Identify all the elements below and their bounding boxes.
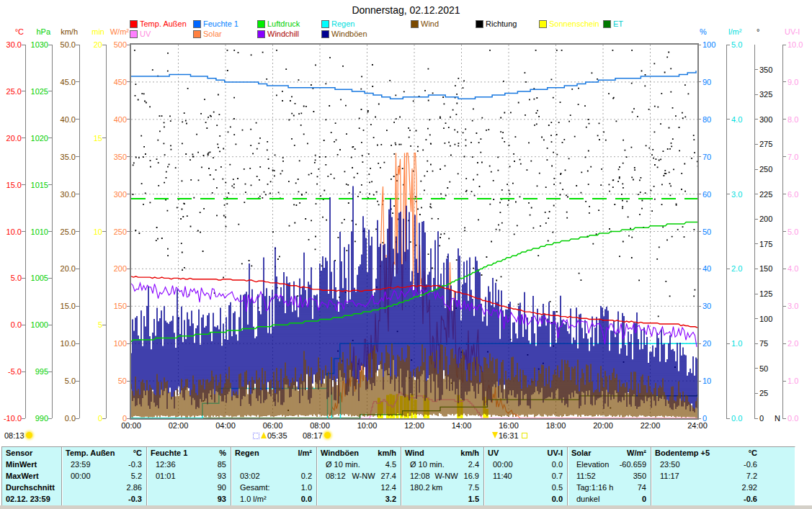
table-column-header: Windböenkm/h	[317, 447, 401, 459]
legend-item-label: Wind	[421, 19, 439, 28]
table-column-regen: Regenl/m²03:020.2Gesamt:1.01.0 l/m²0.0	[231, 447, 316, 505]
table-column-header: SolarW/m²	[568, 447, 651, 459]
table-row: -0.6	[651, 493, 795, 505]
axis-tick-label: 300	[759, 115, 791, 124]
x-tick-label: 00:00	[115, 421, 147, 430]
spacer	[424, 447, 461, 459]
legend-item-label: ET	[613, 19, 623, 28]
axis-tick-label: 325	[759, 90, 791, 99]
axis-tick-label: 400	[95, 115, 127, 124]
table-row: Gesamt:1.0	[231, 482, 316, 493]
axis-tick-label: 1000	[17, 320, 48, 329]
spacer	[39, 470, 57, 482]
legend-color-box	[193, 30, 201, 38]
spacer	[410, 493, 468, 505]
column-header-name: Regen	[231, 447, 259, 459]
axis-tick	[76, 306, 79, 307]
cell-label: 1.0 l/m²	[231, 493, 267, 505]
cell-value: 7.5	[468, 482, 483, 493]
series-temp-au-en	[131, 276, 697, 328]
spacer	[512, 470, 552, 482]
cell-label: 00:00	[484, 459, 513, 470]
column-header-unit: %	[219, 447, 231, 459]
day-length-label: 08:13	[4, 431, 24, 440]
axis-line	[754, 45, 755, 418]
cell-value: 90	[218, 482, 231, 493]
table-row: 02.12. 23:59	[2, 493, 61, 505]
axis-tick	[76, 119, 79, 120]
axis-tick	[726, 418, 730, 419]
cell-label: Ø 10 min.	[401, 459, 445, 470]
spacer	[599, 493, 641, 505]
axis-tick	[726, 119, 730, 120]
x-tick-label: 18:00	[540, 421, 572, 430]
cell-value: 4.5	[385, 459, 401, 470]
axis-tick	[754, 269, 758, 269]
cell-value: 0.0	[552, 459, 567, 470]
spacer	[115, 447, 133, 459]
cell-label: Elevation	[568, 459, 609, 470]
axis-line	[726, 45, 727, 418]
x-tick-label: 04:00	[210, 421, 241, 430]
cell-label	[62, 482, 71, 493]
spacer	[360, 459, 385, 470]
axis-tick-label: 3.0	[788, 302, 812, 310]
axis-tick	[754, 194, 758, 194]
table-row: 00:000.0	[484, 459, 567, 470]
cell-label	[62, 493, 71, 505]
axis-tick	[782, 119, 786, 120]
axis-tick-label: 1005	[17, 274, 48, 282]
spacer	[176, 470, 218, 482]
column-header-unit: °C	[133, 447, 146, 459]
spacer	[326, 482, 381, 493]
axis-tick-label: 1015	[17, 181, 48, 189]
axis-tick-label: 100	[759, 315, 791, 323]
x-tick-label: 06:00	[257, 421, 289, 430]
column-header-name: Temp. Außen	[62, 447, 115, 459]
x-tick-label: 14:00	[446, 421, 478, 430]
axis-tick-label: 5.0	[44, 377, 76, 385]
spacer	[613, 482, 637, 493]
table-row: 90	[147, 482, 231, 493]
page-title: Donnerstag, 02.12.2021	[0, 4, 812, 16]
axis-tick	[754, 169, 758, 170]
axis-tick	[782, 381, 786, 382]
axis-tick	[48, 138, 52, 138]
table-row: 23:50-0.6	[651, 459, 795, 470]
cell-label: 08:12	[317, 470, 346, 482]
cell-label	[147, 482, 156, 493]
cell-value: 5.2	[131, 470, 146, 482]
x-tick-label: 02:00	[163, 421, 195, 430]
axis-tick	[754, 219, 758, 220]
axis-tick-label: 0.0	[788, 414, 812, 423]
table-column-header: Windkm/h	[401, 447, 483, 459]
cell-label	[484, 482, 493, 493]
cell-value: 2.86	[127, 482, 146, 493]
cell-value: 1.5	[468, 493, 483, 505]
cell-label	[147, 493, 156, 505]
spacer	[679, 470, 746, 482]
axis-tick	[782, 194, 786, 194]
table-column-header: Regenl/m²	[231, 447, 316, 459]
axis-tick-label: 450	[95, 78, 127, 86]
cell-label: MaxWert	[2, 470, 39, 482]
axis-tick-label: 150	[759, 264, 791, 273]
spacer	[32, 447, 57, 459]
axis-tick	[76, 81, 79, 82]
axis-tick-label: 10.0	[788, 40, 812, 49]
table-row: 00:005.2	[62, 470, 146, 482]
cell-label	[484, 493, 493, 505]
axis-tick	[76, 269, 79, 269]
axis-tick-label: 30	[702, 302, 734, 310]
axis-unit-label: W/m²	[97, 27, 129, 36]
x-tick-label: 08:00	[304, 421, 336, 430]
table-row: -0.3	[62, 493, 146, 505]
table-row: Tag:1:16 h74	[568, 482, 651, 493]
column-header-name: Windböen	[317, 447, 359, 459]
axis-tick-label: 0.0	[731, 414, 763, 423]
axis-tick	[754, 119, 758, 120]
table-row: 12:08W-NW16.9	[401, 470, 483, 482]
legend-item-label: UV	[140, 30, 151, 38]
column-header-unit: °C	[749, 447, 795, 459]
axis-tick-label: 10	[702, 377, 734, 385]
